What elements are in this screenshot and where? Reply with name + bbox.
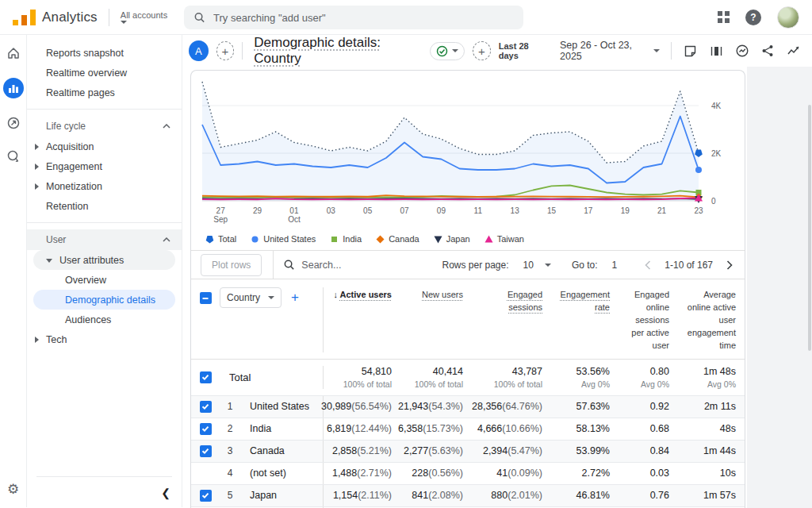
sidebar-item-reports-snapshot[interactable]: Reports snapshot (27, 43, 182, 63)
apps-grid-icon[interactable] (718, 11, 730, 23)
rows-per-page-select[interactable]: 10 (523, 260, 551, 271)
column-header[interactable]: Engaged online sessions per active user (620, 287, 680, 352)
help-icon[interactable]: ? (745, 10, 761, 25)
totals-cell: 43,787100% of total (473, 366, 553, 389)
table-row[interactable]: 3 Canada 2,858 (5.21%)2,277 (5.63%)2,394… (191, 440, 745, 462)
date-range-selector[interactable]: Sep 26 - Oct 23, 2025 (560, 40, 660, 62)
row-index: 5 (220, 490, 240, 501)
table-row[interactable]: 4 (not set) 1,488 (2.71%)228 (0.56%)41 (… (191, 462, 745, 484)
column-header[interactable]: Average online active user engagement ti… (680, 287, 745, 352)
home-icon[interactable] (5, 44, 22, 62)
cell: 53.99% (553, 441, 620, 462)
column-header[interactable]: Engagement rate (553, 287, 620, 352)
add-comparison-button[interactable]: + (216, 41, 235, 60)
table-row[interactable]: 1 United States 30,989 (56.54%)21,943 (5… (191, 395, 745, 418)
previous-page-icon[interactable] (641, 258, 655, 272)
sidebar-item-tech[interactable]: Tech (27, 329, 182, 349)
insights-circle-icon[interactable] (734, 43, 749, 59)
sidebar-item-demographic-details[interactable]: Demographic details (33, 290, 175, 310)
legend-marker-icon (251, 235, 259, 244)
sidebar-item-user-attributes[interactable]: User attributes (33, 250, 175, 270)
add-dimension-button[interactable]: + (291, 290, 299, 306)
country-name: Canada (240, 445, 323, 456)
sidebar-item-realtime-pages[interactable]: Realtime pages (27, 83, 182, 102)
sidebar-item-engagement[interactable]: Engagement (27, 156, 182, 176)
table-search[interactable] (283, 259, 396, 271)
legend-item[interactable]: United States (251, 234, 316, 244)
table-row[interactable]: 5 Japan 1,154 (2.11%)841 (2.08%)880 (2.0… (191, 484, 745, 506)
cell: 2,277 (5.63%) (402, 441, 473, 462)
reports-icon[interactable] (3, 78, 24, 98)
svg-text:23: 23 (694, 206, 703, 215)
column-header[interactable]: New users (402, 287, 473, 352)
row-checkbox[interactable] (200, 445, 212, 457)
cell: 41 (0.09%) (473, 463, 553, 484)
share-icon[interactable] (760, 43, 776, 59)
country-name: (not set) (240, 468, 323, 479)
sidebar-item-audiences[interactable]: Audiences (27, 310, 182, 329)
svg-text:15: 15 (547, 206, 557, 215)
sidebar-item-realtime-overview[interactable]: Realtime overview (27, 63, 182, 83)
legend-item[interactable]: Total (205, 234, 236, 244)
row-checkbox[interactable] (200, 423, 212, 435)
next-page-icon[interactable] (722, 258, 737, 272)
admin-gear-icon[interactable]: ⚙ (7, 481, 19, 498)
goto-page-input[interactable]: 1 (612, 260, 618, 271)
svg-text:Sep: Sep (213, 215, 228, 224)
svg-text:4K: 4K (711, 102, 722, 110)
sidebar-item-monetization[interactable]: Monetization (27, 176, 182, 196)
analytics-logo-icon (13, 10, 36, 25)
svg-text:09: 09 (437, 206, 446, 215)
table-search-input[interactable] (301, 260, 396, 271)
report-status-badge[interactable] (430, 42, 465, 60)
section-header-user[interactable]: User (27, 229, 182, 250)
country-name: United States (240, 401, 323, 412)
scrollbar-thumb[interactable] (808, 105, 811, 351)
cell: 0.03 (620, 463, 680, 484)
row-index: 4 (220, 468, 240, 479)
table-row[interactable]: 2 India 6,819 (12.44%)6,358 (15.73%)4,66… (191, 418, 745, 440)
explore-icon[interactable] (5, 148, 22, 165)
divider (242, 42, 243, 60)
sidebar-item-retention[interactable]: Retention (27, 196, 182, 216)
notes-icon[interactable] (683, 43, 698, 59)
cell: 2m 11s (680, 396, 745, 418)
cell: 28,356 (64.76%) (473, 396, 553, 418)
column-header[interactable]: ↓ Active users (323, 287, 402, 352)
cell: 6,819 (12.44%) (323, 418, 402, 440)
divider (27, 222, 182, 223)
legend-item[interactable]: Taiwan (485, 234, 524, 244)
svg-text:27: 27 (216, 206, 226, 215)
divider (36, 476, 172, 477)
account-switcher[interactable]: All accounts (121, 10, 167, 24)
dimension-select[interactable]: Country (220, 287, 282, 308)
cell: 6,358 (15.73%) (402, 418, 473, 440)
expand-arrow-icon (35, 164, 39, 170)
cell: 2,858 (5.21%) (323, 441, 402, 462)
advertising-icon[interactable] (5, 114, 22, 132)
cell: 10s (680, 463, 745, 484)
search-input[interactable] (213, 12, 514, 24)
legend-item[interactable]: India (330, 234, 362, 244)
property-avatar[interactable]: A (189, 40, 209, 61)
add-metric-button[interactable]: + (473, 41, 491, 60)
plot-rows-button[interactable]: Plot rows (201, 254, 262, 276)
section-header-life-cycle[interactable]: Life cycle (27, 116, 182, 137)
pagination-range: 1-10 of 167 (665, 260, 713, 271)
legend-item[interactable]: Canada (376, 234, 419, 244)
sidebar-item-acquisition[interactable]: Acquisition (27, 137, 182, 156)
legend-item[interactable]: Japan (434, 234, 470, 244)
row-checkbox[interactable] (200, 401, 212, 413)
row-checkbox[interactable] (200, 490, 212, 502)
select-all-checkbox[interactable] (200, 292, 212, 304)
report-title[interactable]: Demographic details: Country (254, 35, 422, 67)
explore-sparkline-icon[interactable] (787, 43, 802, 59)
global-search[interactable] (184, 6, 523, 29)
totals-checkbox[interactable] (200, 371, 212, 383)
comparison-icon[interactable] (709, 43, 724, 59)
chart-svg: 02K4K27Sep2901Oct0305070911131517192123 (201, 77, 737, 226)
sidebar-collapse-button[interactable]: ❮ (161, 487, 170, 499)
user-avatar[interactable] (777, 6, 799, 29)
sidebar-item-overview[interactable]: Overview (27, 270, 182, 290)
column-header[interactable]: Engaged sessions (473, 287, 553, 352)
